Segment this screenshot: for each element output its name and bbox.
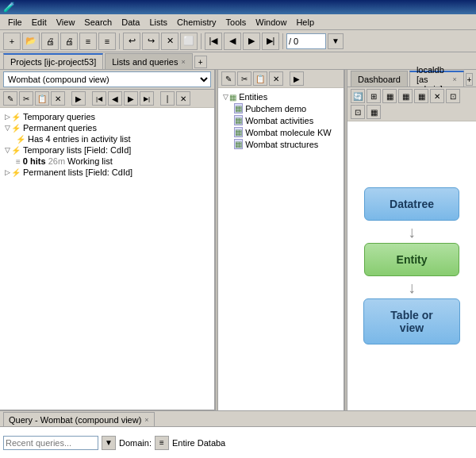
tree-item-temp-queries[interactable]: ▷ ⚡ Temporary queries <box>3 111 211 122</box>
proj-last-btn[interactable]: ▶| <box>140 91 154 106</box>
dashboard-toolbar: 🔄 ⊞ ▦ ▦ ▦ ✕ ⊡ ⊡ ▦ <box>347 87 476 121</box>
tab-dashboard[interactable]: Dashboard <box>351 71 408 87</box>
db-refresh-btn[interactable]: 🔄 <box>351 89 365 103</box>
proj-run-btn[interactable]: ▶ <box>71 91 86 106</box>
tab-lists[interactable]: Lists and queries × <box>105 53 192 69</box>
dt-label: Wombat molecule KW <box>245 128 332 137</box>
db-grid-btn[interactable]: ⊞ <box>367 89 381 103</box>
nav-dropdown[interactable]: ▼ <box>328 33 344 49</box>
tree-item-working-list[interactable]: ≡ 0 hits 26m Working list <box>16 156 211 167</box>
dashboard-tab-add[interactable]: + <box>466 73 473 86</box>
dt-btn3[interactable]: 📋 <box>253 71 267 86</box>
dt-wombat-molecule[interactable]: ▦ Wombat molecule KW <box>234 126 340 138</box>
nav-prev[interactable]: ◀ <box>224 33 241 50</box>
menu-view[interactable]: View <box>52 16 80 29</box>
proj-delete-btn[interactable]: ✕ <box>51 91 65 106</box>
bottom-area: Query - Wombat (compound view) × ▼ Domai… <box>0 410 476 458</box>
main-tab-bar: Projects [ijc-project53] Lists and queri… <box>0 52 476 70</box>
bottom-tab-query[interactable]: Query - Wombat (compound view) × <box>3 412 155 426</box>
menu-search[interactable]: Search <box>79 16 117 29</box>
proj-prev-btn[interactable]: ◀ <box>108 91 122 106</box>
tree-item-has4entries[interactable]: ⚡ Has 4 entries in activity list <box>16 133 211 144</box>
tab-projects[interactable]: Projects [ijc-project53] <box>3 53 103 69</box>
new-button[interactable]: + <box>3 33 21 50</box>
tree-item-perm-lists[interactable]: ▷ ⚡ Permanent lists [Field: CdId] <box>3 167 211 178</box>
datatrees-panel: ✎ ✂ 📋 ✕ ▶ ▽ ▦ Entities ▦ Pubchem demo ▦ … <box>218 70 344 410</box>
projects-tree: ▷ ⚡ Temporary queries ▽ ⚡ Permanent quer… <box>0 108 214 410</box>
dt-btn1[interactable]: ✎ <box>221 71 236 86</box>
project-selector[interactable]: Wombat (compound view) <box>3 71 211 87</box>
print-button[interactable]: 🖨 <box>41 33 59 50</box>
undo-button[interactable]: ↩ <box>123 33 140 50</box>
recent-dropdown-btn[interactable]: ▼ <box>102 436 116 450</box>
stop-button[interactable]: ✕ <box>161 33 178 50</box>
dt-wombat-structures[interactable]: ▦ Wombat structures <box>234 138 340 150</box>
datatrees-tree: ▽ ▦ Entities ▦ Pubchem demo ▦ Wombat act… <box>218 88 344 410</box>
tree-item-temp-lists[interactable]: ▽ ⚡ Temporary lists [Field: CdId] <box>3 144 211 156</box>
layout2-button[interactable]: ≡ <box>98 33 116 50</box>
tab-localdb[interactable]: localdb [as admin] × <box>409 71 464 87</box>
dt-btn2[interactable]: ✂ <box>237 71 251 86</box>
flow-node-table[interactable]: Table or view <box>363 298 460 344</box>
proj-sep-btn: | <box>160 91 175 106</box>
flow-node-entity[interactable]: Entity <box>364 243 459 276</box>
main-content: Wombat (compound view) ✎ ✂ 📋 ✕ ▶ |◀ ◀ ▶ … <box>0 70 476 410</box>
db-view3-btn[interactable]: ▦ <box>414 89 428 103</box>
print2-button[interactable]: 🖨 <box>60 33 78 50</box>
db-view1-btn[interactable]: ▦ <box>382 89 397 103</box>
menu-lists[interactable]: Lists <box>144 16 172 29</box>
dt-run-btn[interactable]: ▶ <box>290 71 304 86</box>
dashboard-tab-bar: Dashboard localdb [as admin] × + <box>347 70 476 87</box>
tree-label: Temporary lists [Field: CdId] <box>23 145 131 155</box>
layout-button[interactable]: ≡ <box>79 33 97 50</box>
toolbar-separator1 <box>119 33 120 49</box>
db-sq2-btn[interactable]: ⊡ <box>351 105 365 119</box>
db-sq1-btn[interactable]: ⊡ <box>446 89 460 103</box>
dt-entities[interactable]: ▽ ▦ Entities <box>221 91 340 102</box>
db-close-btn[interactable]: ✕ <box>430 89 444 103</box>
grid-icon-wombat-str: ▦ <box>234 139 243 149</box>
proj-cut-btn[interactable]: ✂ <box>19 91 33 106</box>
proj-first-btn[interactable]: |◀ <box>92 91 106 106</box>
tree-label: Permanent lists [Field: CdId] <box>23 167 132 177</box>
menu-file[interactable]: File <box>3 16 27 29</box>
nav-next[interactable]: ▶ <box>243 33 260 50</box>
dt-btn4[interactable]: ✕ <box>269 71 283 86</box>
dt-wombat-activities[interactable]: ▦ Wombat activities <box>234 114 340 126</box>
tree-item-perm-queries[interactable]: ▽ ⚡ Permanent queries <box>3 122 211 133</box>
dt-pubchem[interactable]: ▦ Pubchem demo <box>234 102 340 114</box>
tab-localdb-close[interactable]: × <box>452 75 456 83</box>
dashboard-content: Datatree ↓ Entity ↓ Table or view <box>347 121 476 410</box>
title-bar: 🧪 <box>0 0 476 14</box>
open-button[interactable]: 📂 <box>22 33 40 50</box>
flow-arrow-2: ↓ <box>408 279 416 295</box>
menu-data[interactable]: Data <box>117 16 144 29</box>
nav-last[interactable]: ▶| <box>262 33 279 50</box>
menu-chemistry[interactable]: Chemistry <box>172 16 221 29</box>
menu-help[interactable]: Help <box>291 16 319 29</box>
db-view4-btn[interactable]: ▦ <box>367 105 381 119</box>
bottom-tab-close[interactable]: × <box>144 416 148 424</box>
nav-first[interactable]: |◀ <box>205 33 222 50</box>
recent-queries-input[interactable] <box>3 436 98 450</box>
datatrees-toolbar: ✎ ✂ 📋 ✕ ▶ <box>218 70 344 88</box>
proj-next-btn[interactable]: ▶ <box>124 91 138 106</box>
menu-bar: File Edit View Search Data Lists Chemist… <box>0 14 476 30</box>
menu-tools[interactable]: Tools <box>221 16 251 29</box>
db-view2-btn[interactable]: ▦ <box>398 89 413 103</box>
tab-add-button[interactable]: + <box>194 56 207 68</box>
grid-icon-entities: ▦ <box>229 93 236 102</box>
proj-copy-btn[interactable]: 📋 <box>35 91 49 106</box>
tree-label: Has 4 entries in activity list <box>28 134 131 144</box>
clear-button[interactable]: ⬜ <box>180 33 198 50</box>
list-icon-3: ⚡ <box>11 168 21 177</box>
tab-lists-close[interactable]: × <box>181 58 185 66</box>
flow-node-datatree[interactable]: Datatree <box>364 187 459 221</box>
proj-edit-btn[interactable]: ✎ <box>3 91 17 106</box>
redo-button[interactable]: ↪ <box>142 33 159 50</box>
grid-icon-wombat-act: ▦ <box>234 115 243 125</box>
nav-input[interactable] <box>286 33 326 49</box>
proj-close-btn[interactable]: ✕ <box>176 91 190 106</box>
menu-window[interactable]: Window <box>251 16 291 29</box>
menu-edit[interactable]: Edit <box>27 16 52 29</box>
